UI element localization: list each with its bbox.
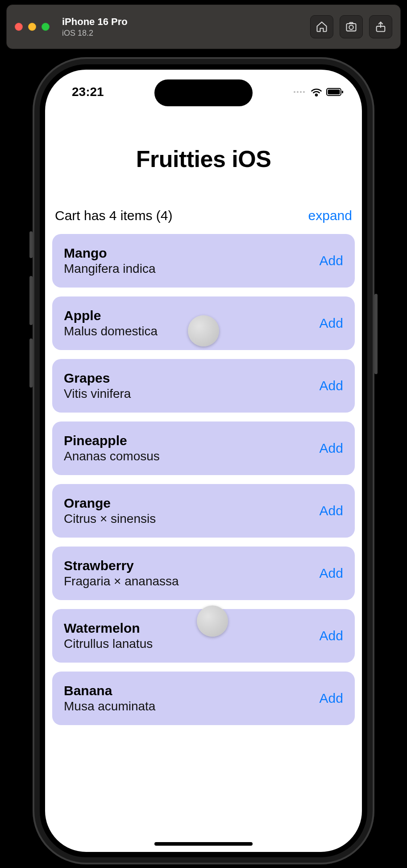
simulator-toolbar: iPhone 16 Pro iOS 18.2 [6,4,401,49]
fruit-card: MangoMangifera indicaAdd [52,234,355,288]
fruit-subtitle: Citrus × sinensis [64,512,156,526]
simulator-device-label: iPhone 16 Pro [62,16,128,28]
fruit-texts: AppleMalus domestica [64,308,158,338]
add-button[interactable]: Add [320,441,343,456]
fruit-name: Orange [64,496,156,511]
phone-side-button [29,231,33,258]
svg-rect-4 [328,90,340,95]
fruit-subtitle: Musa acuminata [64,699,155,714]
fruit-texts: OrangeCitrus × sinensis [64,496,156,526]
page-title: Fruitties iOS [50,146,357,172]
fruit-list[interactable]: MangoMangifera indicaAddAppleMalus domes… [50,234,357,725]
touch-indicator [188,315,219,346]
fruit-name: Watermelon [64,621,153,636]
fruit-name: Banana [64,683,155,698]
fruit-name: Pineapple [64,433,160,448]
minimize-window-button[interactable] [28,23,36,31]
home-button[interactable] [310,15,333,38]
fruit-texts: GrapesVitis vinifera [64,371,131,401]
phone-side-button [29,276,33,325]
home-indicator[interactable] [154,842,253,846]
svg-point-1 [349,25,353,29]
add-button[interactable]: Add [320,253,343,268]
fruit-name: Mango [64,246,155,261]
cart-summary-text: Cart has 4 items (4) [55,208,172,223]
battery-icon [326,88,344,96]
screenshot-button[interactable] [340,15,363,38]
fruit-name: Apple [64,308,158,323]
fruit-texts: MangoMangifera indica [64,246,155,276]
fruit-subtitle: Malus domestica [64,324,158,338]
svg-rect-5 [342,91,343,93]
dynamic-island [154,79,253,106]
cart-summary-row: Cart has 4 items (4) expand [55,208,352,223]
home-icon [316,21,328,33]
fruit-name: Grapes [64,371,131,386]
fruit-subtitle: Vitis vinifera [64,387,131,401]
fruit-subtitle: Mangifera indica [64,262,155,276]
fruit-card: GrapesVitis viniferaAdd [52,359,355,413]
fruit-card: StrawberryFragaria × ananassaAdd [52,547,355,600]
add-button[interactable]: Add [320,503,343,518]
fruit-card: BananaMusa acuminataAdd [52,672,355,725]
screenshot-icon [345,21,357,33]
fruit-card: OrangeCitrus × sinensisAdd [52,484,355,538]
phone-side-button [29,338,33,388]
add-button[interactable]: Add [320,566,343,581]
window-controls [15,23,50,31]
share-icon [374,21,387,33]
add-button[interactable]: Add [320,691,343,706]
zoom-window-button[interactable] [42,23,50,31]
fruit-texts: WatermelonCitrullus lanatus [64,621,153,651]
wifi-icon [310,87,323,97]
phone: 23:21 Fruitties iOS Cart has 4 items (4) [33,57,374,864]
fruit-subtitle: Ananas comosus [64,449,160,463]
phone-screen: 23:21 Fruitties iOS Cart has 4 items (4) [40,64,367,857]
fruit-card: PineappleAnanas comosusAdd [52,421,355,475]
simulator-actions [310,15,392,38]
statusbar-right [294,87,344,97]
expand-button[interactable]: expand [308,208,352,223]
share-button[interactable] [369,15,392,38]
fruit-texts: BananaMusa acuminata [64,683,155,714]
simulator-title: iPhone 16 Pro iOS 18.2 [62,16,128,38]
app-root: Fruitties iOS Cart has 4 items (4) expan… [45,114,362,852]
phone-body: 23:21 Fruitties iOS Cart has 4 items (4) [33,57,374,864]
fruit-texts: PineappleAnanas comosus [64,433,160,463]
phone-side-button [374,294,378,374]
statusbar-time: 23:21 [72,85,104,99]
fruit-subtitle: Citrullus lanatus [64,637,153,651]
add-button[interactable]: Add [320,628,343,643]
add-button[interactable]: Add [320,316,343,331]
add-button[interactable]: Add [320,378,343,393]
close-window-button[interactable] [15,23,23,31]
fruit-subtitle: Fragaria × ananassa [64,574,179,588]
touch-indicator [197,605,228,637]
simulator-os-label: iOS 18.2 [62,29,128,38]
fruit-name: Strawberry [64,558,179,573]
cellular-dots-icon [294,91,305,93]
fruit-texts: StrawberryFragaria × ananassa [64,558,179,588]
